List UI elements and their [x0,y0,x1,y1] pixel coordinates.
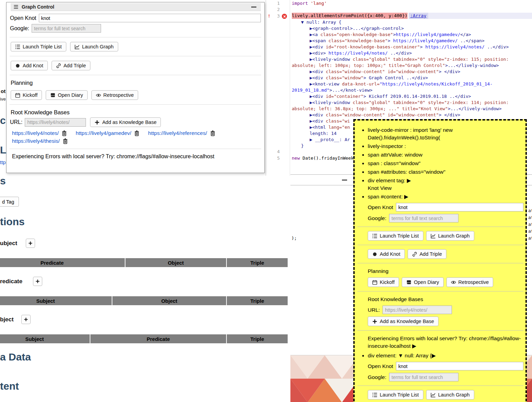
tags-heading: s [0,175,6,187]
google-search-input[interactable] [389,214,458,222]
expand-arrow-icon[interactable]: ▶ [412,343,416,349]
triples-table: SubjectObjectTriple [0,296,288,305]
delete-knowledge-base-button[interactable] [62,130,67,136]
error-marker: ! [268,13,270,19]
add-knowledge-base-button[interactable]: Add as Knowledge Base [90,117,161,127]
minimize-icon[interactable] [251,7,256,8]
open-knot-input[interactable] [39,14,261,22]
inspector-line[interactable]: ▼ null: Array { [292,19,531,25]
google-search-input[interactable] [32,24,101,33]
add-tag-button[interactable]: d Tag [0,197,19,207]
graph-control-body: Open Knot Google: Launch Triple List Lau… [7,11,264,164]
kickoff-button[interactable]: Kickoff [368,277,399,287]
inspector-line[interactable]: ▶<div id="root-knowledge-bases-container… [292,44,531,50]
launch-triple-list-button[interactable]: Launch Triple List [11,42,66,51]
launch-graph-button[interactable]: Launch Graph [70,42,118,51]
relations-heading: tions [0,216,25,228]
inspector-line[interactable]: ▶<div> https://lively4/notes/ ..</div> [292,50,531,56]
launch-triple-list-button[interactable]: Launch Triple List [368,390,423,400]
table-header-cell: Predicate [0,258,125,267]
inspector-line[interactable]: ▶<knot-view data-knot-url="https://livel… [292,81,531,93]
separator [10,75,261,75]
inspector-line[interactable]: ▶<div class="window-content" id="window-… [292,112,531,118]
add-predicate-button[interactable] [33,277,42,286]
plus-icon [372,319,377,324]
retrospective-button[interactable]: Retrospective [91,90,138,100]
tooltip-item[interactable]: lively-code-mirror : import 'lang' new D… [368,126,523,141]
button-label: Add Knot [23,63,43,68]
window-titlebar[interactable]: Graph Control [11,3,261,11]
open-knot-input[interactable] [396,203,523,211]
tooltip-item[interactable]: span : class="window" [368,160,523,167]
tooltip-item[interactable]: span attrValue: window [368,151,523,159]
launch-graph-button[interactable]: Launch Graph [426,231,474,241]
inspector-line[interactable]: ▶<a class="open-knowledge-base">https://… [292,32,531,38]
knowledge-base-url-input[interactable] [25,118,86,127]
delete-knowledge-base-button[interactable] [210,130,215,136]
inspector-line[interactable]: ▶<div id="container"> Kickoff 2019.01.14… [292,93,531,100]
tooltip-item[interactable]: span #content: ▶ Open Knot Google: Launc… [368,193,523,350]
retrospective-button[interactable]: Retrospective [446,277,494,287]
knowledge-base-item: https://lively4/references/ [148,130,215,136]
inspector-line[interactable]: ▶<span class="knowledge-base"> https://l… [292,38,531,44]
button-label: Launch Graph [438,392,470,398]
inspector-line[interactable]: ▶<div class="window-content" id="window-… [292,69,531,75]
knowledge-base-link[interactable]: https://lively4/references/ [148,130,207,136]
open-knot-label: Open Knot [368,363,393,370]
hint-text: Experiencing Errors with local server? T… [368,335,521,349]
button-label: Launch Graph [438,233,470,239]
error-icon[interactable] [282,14,287,19]
add-triple-button[interactable]: Add Triple [408,249,446,259]
link-fragment[interactable]: ttp [0,159,6,165]
tooltip-item[interactable]: div element tag: ▶ Knot View [368,177,523,192]
button-label: Kickoff [380,279,395,285]
graph-control-window: Graph Control Open Knot Google: Launch T… [6,2,265,173]
plus-icon [95,120,100,125]
separator [10,149,261,149]
delete-knowledge-base-button[interactable] [63,138,68,144]
add-knot-button[interactable]: Add Knot [11,61,48,70]
inspector-line[interactable]: ▶<graph-control>...</graph-control> [292,25,531,32]
minimize-icon[interactable] [342,180,347,181]
inspector-line[interactable]: ▶<lively-window class="global" tabindex=… [292,56,531,69]
url-label: URL: [10,119,22,125]
launch-graph-button[interactable]: Launch Graph [426,390,474,400]
content-heading: tent [0,380,19,392]
knowledge-base-item: https://lively4/thesis/ [12,138,68,144]
root-knowledge-bases-label: Root Knowledge Bases [368,296,523,303]
knowledge-base-url-input[interactable] [383,306,452,314]
button-label: Launch Triple List [380,233,419,239]
list-icon [372,392,377,398]
text-fragment: ive [0,96,6,102]
open-diary-button[interactable]: Open Diary [46,90,87,100]
window-menu-icon[interactable] [13,5,19,9]
launch-triple-list-button[interactable]: Launch Triple List [368,231,423,241]
tooltip-item[interactable]: lively-inspector : [368,142,523,150]
knowledge-base-link[interactable]: https://lively4/thesis/ [12,138,60,144]
line-number: 5 [266,155,280,161]
button-label: Add Knot [380,251,400,257]
delete-knowledge-base-button[interactable] [134,130,139,136]
add-knowledge-base-button[interactable]: Add as Knowledge Base [368,317,439,326]
knowledge-base-link[interactable]: https://lively4/gamedev/ [76,130,131,136]
tooltip-item[interactable]: span #attributes: class="window" [368,168,523,176]
add-object-button[interactable] [21,315,31,324]
tooltip-item[interactable]: div element: ▼ null: Array {▶ Open Knot … [368,352,523,402]
open-diary-button[interactable]: Open Diary [402,277,443,287]
table-header-cell: Object [112,296,226,305]
stack-fragment: at [528,235,532,242]
kb-links: https://lively4/notes/https://lively4/ga… [12,130,259,144]
button-label: Open Diary [414,279,439,285]
google-search-input[interactable] [389,373,458,381]
inspector-line[interactable]: ▶<lively-window class="global" tabindex=… [292,100,531,112]
add-subject-button[interactable] [26,239,35,248]
tooltip-item-label: div element: ▼ null: Array {▶ [368,353,436,358]
type-annotation[interactable]: :Array [409,13,428,19]
window-title: Graph Control [22,4,54,10]
knowledge-base-link[interactable]: https://lively4/notes/ [12,130,59,136]
kickoff-button[interactable]: Kickoff [11,90,42,100]
open-knot-input[interactable] [396,362,523,370]
add-knot-button[interactable]: Add Knot [368,249,405,259]
inspector-line[interactable]: ▶<div class="window"> Graph Control ..</… [292,75,531,81]
add-triple-button[interactable]: Add Triple [52,61,90,70]
